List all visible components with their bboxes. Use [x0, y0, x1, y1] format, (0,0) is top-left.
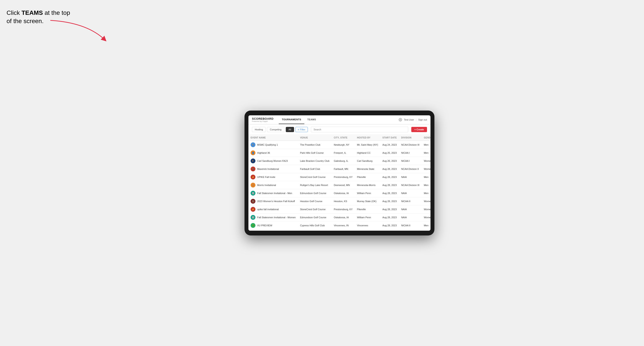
cell-venue: Faribault Golf Club [298, 165, 332, 173]
table-row: 🏌 Morris Invitational Ruttger's Bay Lake… [248, 181, 430, 189]
col-venue: VENUE [298, 135, 332, 141]
event-name-text: VU PREVIEW [257, 224, 272, 227]
table-row: 🐺 Fall Statesmen Invitational - Women Ed… [248, 213, 430, 221]
cell-division: NCAA Division III [399, 181, 422, 189]
instruction-prefix: Click [6, 9, 22, 16]
cell-start-date: Aug 28, 2023 [380, 230, 399, 231]
cell-venue: Edmundson Golf Course [298, 213, 332, 221]
cell-gender: Women [422, 230, 430, 231]
cell-gender: Women [422, 165, 430, 173]
cell-event-name: 🐺 Fall Statesmen Invitational - Men [248, 189, 298, 197]
cell-city-state: Oskaloosa, IA [332, 213, 355, 221]
cell-start-date: Aug 28, 2023 [380, 213, 399, 221]
logo-title: SCOREBOARD [252, 117, 274, 120]
toolbar: Hosting Competing All ≡ Filter + Create [248, 125, 430, 135]
cell-event-name: 🐻 2023 Women's Hesston Fall Kickoff [248, 197, 298, 205]
table-row: ⚡ UPIKE Fall Invite StoneCrest Golf Cour… [248, 173, 430, 181]
col-start-date: START DATE [380, 135, 399, 141]
event-name-text: Maverick Invitational [257, 168, 279, 170]
event-icon: 🏌 [250, 183, 256, 187]
cell-city-state: Vincennes, IN [332, 221, 355, 230]
logo-subtitle: Powered by Clippit [252, 120, 274, 122]
cell-hosted-by: Minnesota State [355, 165, 380, 173]
cell-venue: Lake Bracken Country Club [298, 157, 332, 165]
event-name-text: Fall Statesmen Invitational - Men [257, 192, 292, 194]
cell-hosted-by: Mt. Saint Mary (NY) [355, 141, 380, 149]
search-wrap [311, 127, 408, 132]
event-name-text: UPIKE Fall Invite [257, 176, 275, 178]
tournaments-table-wrap: EVENT NAME VENUE CITY, STATE HOSTED BY S… [248, 135, 430, 231]
settings-icon[interactable] [399, 118, 402, 121]
cell-city-state: Marion, IL [332, 230, 355, 231]
cell-start-date: Aug 28, 2023 [380, 197, 399, 205]
table-row: ⚡ upike fall invitational StoneCrest Gol… [248, 205, 430, 213]
cell-city-state: Galesburg, IL [332, 157, 355, 165]
competing-filter-button[interactable]: Competing [267, 127, 284, 132]
col-city-state: CITY, STATE [332, 135, 355, 141]
cell-start-date: Aug 26, 2023 [380, 157, 399, 165]
cell-gender: Men [422, 149, 430, 157]
table-body: 🏌 MSMC Qualifying 1 The Powelton Club Ne… [248, 141, 430, 231]
cell-gender: Women [422, 197, 430, 205]
cell-gender: Women [422, 157, 430, 165]
event-name-text: upike fall invitational [257, 208, 278, 211]
cell-hosted-by: Highland CC [355, 149, 380, 157]
cell-event-name: 🐂 Maverick Invitational [248, 165, 298, 173]
cell-hosted-by: Murray State (OK) [355, 197, 380, 205]
cell-city-state: Prestonsburg, KY [332, 173, 355, 181]
table-row: 🏌 MSMC Qualifying 1 The Powelton Club Ne… [248, 141, 430, 149]
cell-start-date: Aug 28, 2023 [380, 165, 399, 173]
cell-gender: Men [422, 189, 430, 197]
all-filter-button[interactable]: All [286, 127, 294, 132]
cell-division: NICAA I [399, 230, 422, 231]
cell-hosted-by: Minnesota-Morris [355, 181, 380, 189]
cell-gender: Women [422, 213, 430, 221]
table-row: 🐻 2023 Women's Hesston Fall Kickoff Hess… [248, 197, 430, 205]
svg-point-0 [400, 119, 401, 120]
nav-bar: SCOREBOARD Powered by Clippit TOURNAMENT… [248, 115, 430, 125]
event-icon: ⚡ [250, 175, 256, 179]
cell-city-state: Freeport, IL [332, 149, 355, 157]
cell-hosted-by: William Penn [355, 213, 380, 221]
filter-button[interactable]: ≡ Filter [295, 127, 308, 132]
event-icon: ⚡ [250, 207, 256, 212]
tournaments-table: EVENT NAME VENUE CITY, STATE HOSTED BY S… [248, 135, 430, 231]
create-button[interactable]: + Create [411, 127, 427, 132]
col-event-name: EVENT NAME [248, 135, 298, 141]
cell-city-state: Hesston, KS [332, 197, 355, 205]
cell-venue: The Powelton Club [298, 141, 332, 149]
cell-division: NAIA [399, 213, 422, 221]
hosting-filter-button[interactable]: Hosting [252, 127, 266, 132]
cell-gender: Women [422, 205, 430, 213]
table-row: 🐂 Maverick Invitational Faribault Golf C… [248, 165, 430, 173]
tab-teams[interactable]: TEAMS [304, 115, 319, 124]
cell-start-date: Aug 28, 2023 [380, 173, 399, 181]
col-division: DIVISION [399, 135, 422, 141]
cell-event-name: 🐺 Fall Statesmen Invitational - Women [248, 213, 298, 221]
sign-out-link[interactable]: Sign out [418, 118, 427, 121]
search-input[interactable] [311, 127, 408, 132]
event-name-text: MSMC Qualifying 1 [257, 144, 278, 146]
cell-gender: Men [422, 181, 430, 189]
cell-venue: Park Hills Golf Course [298, 149, 332, 157]
cell-division: NICAA I [399, 157, 422, 165]
event-icon: 🌿 [250, 223, 256, 228]
tab-tournaments[interactable]: TOURNAMENTS [279, 115, 304, 124]
cell-start-date: Aug 28, 2023 [380, 189, 399, 197]
col-gender: GENDER [422, 135, 430, 141]
tablet-screen: SCOREBOARD Powered by Clippit TOURNAMENT… [248, 115, 430, 231]
event-icon: 🐻 [250, 199, 256, 204]
cell-division: NAIA [399, 189, 422, 197]
cell-hosted-by: Carl Sandburg [355, 157, 380, 165]
event-icon: 🐂 [250, 167, 256, 171]
col-hosted-by: HOSTED BY [355, 135, 380, 141]
event-name-text: 2023 Women's Hesston Fall Kickoff [257, 200, 295, 202]
cell-division: NAIA [399, 173, 422, 181]
cell-venue: Cypress Hills Golf Club [298, 221, 332, 230]
tablet-device: SCOREBOARD Powered by Clippit TOURNAMENT… [244, 111, 434, 235]
cell-start-date: Aug 28, 2023 [380, 181, 399, 189]
cell-start-date: Aug 28, 2023 [380, 205, 399, 213]
cell-city-state: Oskaloosa, IA [332, 189, 355, 197]
event-name-text: Highland 36 [257, 152, 270, 154]
cell-gender: Men [422, 221, 430, 230]
